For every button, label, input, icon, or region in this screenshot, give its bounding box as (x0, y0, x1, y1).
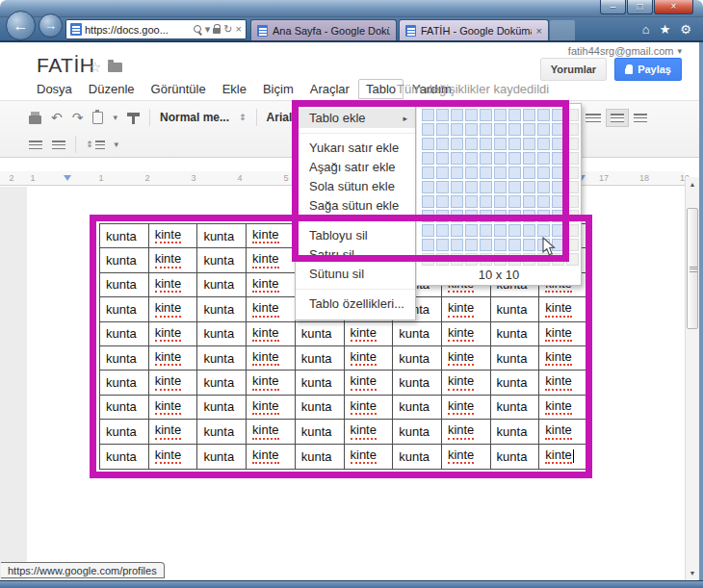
tab-ana-sayfa[interactable]: Ana Sayfa - Google Dokümanlar (250, 19, 397, 41)
home-icon[interactable]: ⌂ (642, 22, 650, 37)
font-dropdown[interactable]: Arial (267, 111, 293, 124)
ruler-number: 1 (30, 173, 35, 183)
menu-görüntüle[interactable]: Görüntüle (151, 80, 206, 98)
menu-düzenle[interactable]: Düzenle (89, 80, 135, 98)
folder-icon[interactable] (108, 63, 122, 72)
checklist-icon[interactable] (586, 114, 601, 122)
close-button[interactable]: × (654, 0, 693, 14)
menu-biçim[interactable]: Biçim (263, 80, 294, 98)
vertical-scrollbar[interactable]: ▲ ▼ (685, 177, 699, 580)
ruler-number: 18 (639, 173, 649, 183)
share-lock-icon (625, 68, 633, 74)
justify-icon[interactable] (52, 141, 65, 149)
lock-icon (213, 28, 221, 34)
redo-icon[interactable]: ↷ (72, 111, 84, 124)
tab1-favicon (257, 25, 268, 37)
address-bar[interactable]: https://docs.goo... ▾ ↻ × (65, 19, 247, 39)
ruler-number: 2 (9, 173, 13, 183)
toolbar-separator (75, 136, 76, 153)
line-spacing-icon[interactable]: ⇕ (86, 140, 105, 149)
settings-gear-icon[interactable]: ⚙ (680, 22, 691, 37)
format-roller-icon[interactable] (127, 113, 140, 116)
star-document-icon[interactable]: ☆ (89, 59, 101, 76)
share-button[interactable]: Paylaş (614, 58, 682, 81)
back-icon: ← (13, 17, 29, 35)
tab1-label: Ana Sayfa - Google Dokümanlar (273, 25, 390, 37)
close-icon: × (671, 1, 677, 12)
paint-dropdown-icon[interactable]: ▾ (113, 113, 117, 122)
menu-araçlar[interactable]: Araçlar (310, 80, 350, 98)
undo-icon[interactable]: ↶ (51, 111, 63, 124)
url-text[interactable]: https://docs.goo... (85, 24, 191, 36)
align-center-icon[interactable] (634, 114, 647, 122)
status-tooltip: https://www.google.com/profiles (1, 562, 165, 578)
share-label: Paylaş (638, 64, 671, 75)
account-caret-icon: ▾ (677, 46, 682, 56)
back-button[interactable]: ← (6, 11, 36, 40)
mouse-cursor-icon (542, 237, 557, 257)
menu-ekle[interactable]: Ekle (222, 80, 247, 98)
annotation-box-menu (292, 100, 569, 262)
scrollbar-grip (690, 267, 697, 272)
url-dropdown-icon[interactable]: ▾ (205, 24, 211, 35)
maximize-icon: □ (637, 1, 642, 12)
comments-button[interactable]: Yorumlar (540, 58, 607, 81)
saved-status: Tüm değişiklikler kaydedildi (397, 82, 549, 96)
minimize-button[interactable]: – (600, 0, 626, 14)
spacing-dropdown-icon[interactable]: ▾ (115, 140, 119, 149)
print-icon[interactable] (29, 115, 41, 124)
ruler-number: 3 (191, 173, 195, 183)
docs-menubar: DosyaDüzenleGörüntüleEkleBiçimAraçlarTab… (37, 79, 452, 99)
indent-icon[interactable] (29, 141, 42, 149)
tab-close-icon[interactable]: × (536, 25, 542, 37)
comments-label: Yorumlar (551, 64, 596, 75)
toolbar-separator (149, 109, 150, 126)
spacing-updown-icon: ⇕ (86, 140, 93, 149)
spacing-lines-icon (95, 141, 105, 149)
refresh-icon[interactable]: ↻ (223, 24, 232, 35)
scroll-down-icon[interactable]: ▼ (686, 570, 699, 576)
window-controls: – □ × (600, 0, 693, 14)
new-tab-button[interactable] (550, 20, 575, 40)
ruler-number: 1 (98, 173, 103, 183)
ruler-number: 2 (144, 173, 149, 183)
indent-marker-icon[interactable] (64, 175, 71, 181)
ruler-number: 5 (283, 173, 288, 183)
account-email[interactable]: fatih44srg@gmail.com (568, 45, 674, 57)
window-edge-right (699, 42, 703, 580)
window-edge-bottom (0, 580, 703, 588)
maximize-button[interactable]: □ (627, 0, 653, 14)
ruler-number: 4 (237, 173, 242, 183)
paint-format-icon[interactable] (92, 112, 103, 124)
page-margin-strip (0, 187, 27, 580)
tab2-favicon (405, 25, 416, 37)
scroll-up-icon[interactable]: ▲ (686, 181, 699, 188)
align-left-icon[interactable] (611, 114, 624, 122)
forward-button[interactable]: → (39, 13, 63, 38)
document-title[interactable]: FATİH (37, 54, 94, 77)
minimize-icon: – (611, 1, 616, 12)
tab2-label: FATİH - Google Dokümanlar (421, 25, 532, 37)
docs-favicon (70, 23, 82, 36)
menu-dosya[interactable]: Dosya (37, 80, 72, 98)
toolbar-separator (256, 109, 257, 126)
scrollbar-thumb[interactable] (687, 208, 698, 329)
favorites-icon[interactable]: ★ (660, 22, 671, 37)
titlebar (0, 0, 703, 17)
ruler-number: 17 (599, 173, 609, 183)
stop-icon[interactable]: × (236, 24, 242, 35)
forward-icon: → (44, 18, 57, 33)
style-dropdown[interactable]: Normal me... (160, 111, 229, 124)
style-updown-icon: ⇕ (239, 113, 247, 122)
search-icon[interactable] (194, 25, 202, 34)
tab-fatih[interactable]: FATİH - Google Dokümanlar × (399, 19, 549, 41)
browser-window: – □ × ← → https://docs.goo... ▾ ↻ × Ana … (0, 0, 703, 588)
